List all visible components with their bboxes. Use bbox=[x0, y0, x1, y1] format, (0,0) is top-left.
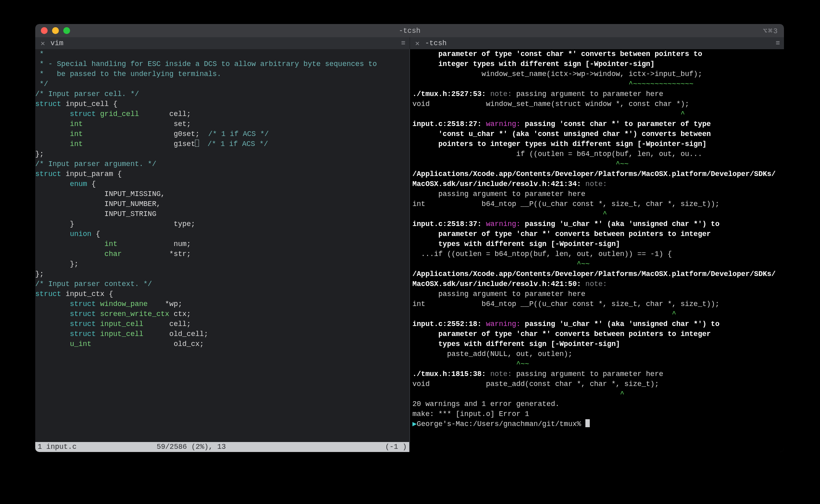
titlebar-shortcut: ⌥⌘3 bbox=[763, 26, 778, 35]
editor-pane[interactable]: * * - Special handling for ESC inside a … bbox=[35, 49, 410, 452]
tab-tcsh[interactable]: ✕ -tcsh ≡ bbox=[410, 37, 784, 49]
tab-vim[interactable]: ✕ vim ≡ bbox=[35, 37, 410, 49]
traffic-lights bbox=[41, 27, 70, 34]
status-position: 59/2586 (2%), 13 bbox=[76, 442, 385, 452]
minimize-window-button[interactable] bbox=[52, 27, 59, 34]
close-tab-icon[interactable]: ✕ bbox=[39, 39, 46, 48]
split-panes: * * - Special handling for ESC inside a … bbox=[35, 49, 784, 452]
status-filename: 1 input.c bbox=[38, 442, 76, 452]
shell-content[interactable]: parameter of type 'const char *' convert… bbox=[410, 49, 784, 429]
shell-pane[interactable]: parameter of type 'const char *' convert… bbox=[410, 49, 784, 452]
titlebar[interactable]: -tcsh ⌥⌘3 bbox=[35, 24, 784, 37]
close-tab-icon[interactable]: ✕ bbox=[414, 39, 421, 48]
close-window-button[interactable] bbox=[41, 27, 48, 34]
status-right: (-1 ) bbox=[385, 442, 407, 452]
vim-status-bar: 1 input.c 59/2586 (2%), 13 (-1 ) bbox=[35, 442, 409, 452]
tab-menu-icon[interactable]: ≡ bbox=[401, 39, 406, 47]
tab-bar: ✕ vim ≡ ✕ -tcsh ≡ bbox=[35, 37, 784, 49]
editor-content[interactable]: * * - Special handling for ESC inside a … bbox=[35, 49, 409, 349]
tab-label: vim bbox=[50, 39, 63, 47]
cursor bbox=[195, 140, 199, 147]
window-title: -tcsh bbox=[399, 27, 420, 35]
tab-label: -tcsh bbox=[425, 39, 447, 47]
zoom-window-button[interactable] bbox=[63, 27, 70, 34]
terminal-window: -tcsh ⌥⌘3 ✕ vim ≡ ✕ -tcsh ≡ * * - Specia… bbox=[35, 24, 784, 452]
cursor bbox=[585, 419, 590, 427]
tab-menu-icon[interactable]: ≡ bbox=[776, 39, 780, 47]
